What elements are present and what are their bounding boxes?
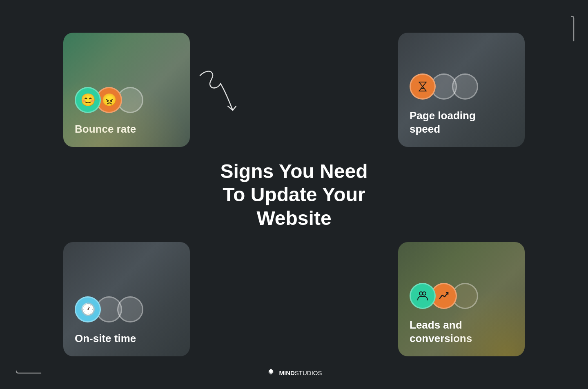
logo-studios: STUDIOS	[295, 369, 322, 376]
bounce-rate-icon-cluster: 😊 😠	[75, 86, 178, 114]
leads-icon-cluster	[410, 282, 513, 310]
leads-label: Leads andconversions	[410, 318, 513, 345]
page-loading-icon-cluster	[410, 72, 513, 101]
bounce-rate-label: Bounce rate	[75, 122, 178, 136]
corner-decoration-tr	[543, 12, 576, 47]
hourglass-icon	[410, 73, 436, 100]
center-title: Signs You Need To Update Your Website	[220, 159, 368, 230]
page-loading-card: Page loadingspeed	[398, 33, 525, 147]
svg-point-2	[419, 292, 423, 295]
happy-emoji-icon: 😊	[75, 87, 101, 113]
onsite-icon-cluster: 🕐	[75, 295, 178, 324]
main-heading: Signs You Need To Update Your Website	[220, 159, 368, 230]
onsite-time-label: On-site time	[75, 332, 178, 345]
heading-line2: To Update Your	[223, 184, 365, 205]
logo-icon	[266, 368, 276, 378]
canvas: 😊 😠 Bounce rate	[0, 0, 588, 389]
svg-point-3	[423, 292, 426, 295]
curly-arrow	[188, 67, 253, 122]
mindstudios-logo: MINDSTUDIOS	[266, 368, 322, 378]
page-loading-label: Page loadingspeed	[410, 109, 513, 136]
leads-card: Leads andconversions	[398, 242, 525, 356]
bounce-rate-card: 😊 😠 Bounce rate	[63, 33, 190, 147]
logo-mind: MIND	[279, 369, 294, 376]
heading-line3: Website	[256, 207, 331, 229]
heading-line1: Signs You Need	[220, 160, 368, 182]
onsite-time-card: 🕐 On-site time	[63, 242, 190, 356]
corner-decoration-bl	[12, 342, 45, 377]
clock-icon: 🕐	[75, 296, 101, 322]
people-icon	[410, 283, 436, 309]
